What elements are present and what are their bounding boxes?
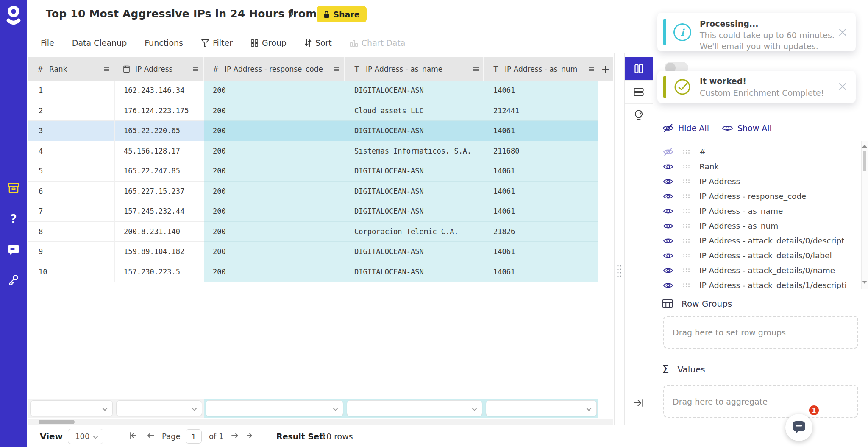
column-header-as-num[interactable]: T IP Address - as_num (484, 57, 598, 81)
column-header-response-code[interactable]: # IP Address - response_code (204, 57, 345, 81)
cell-rank[interactable]: 5 (28, 161, 114, 182)
eye-icon[interactable] (662, 266, 674, 275)
drag-handle[interactable] (683, 224, 690, 228)
drag-handle[interactable] (683, 164, 690, 169)
menu-filter[interactable]: Filter (201, 38, 233, 47)
cell-as-name[interactable]: DIGITALOCEAN-ASN (345, 121, 484, 141)
archive-box-icon[interactable] (8, 182, 19, 194)
cell-as-name[interactable]: DIGITALOCEAN-ASN (345, 262, 484, 282)
column-header-rank[interactable]: # Rank (28, 57, 114, 81)
cell-as-name[interactable]: DIGITALOCEAN-ASN (345, 201, 484, 222)
horizontal-scrollbar-thumb[interactable] (39, 420, 75, 424)
cell-rank[interactable]: 1 (28, 81, 114, 101)
drag-handle[interactable] (683, 149, 690, 154)
eye-icon[interactable] (662, 162, 674, 171)
collapse-panel-button[interactable] (625, 392, 653, 413)
cell-response-code[interactable]: 200 (204, 81, 345, 101)
menu-chart-data[interactable]: Chart Data (350, 38, 406, 47)
drag-handle[interactable] (683, 283, 690, 288)
cell-as-name[interactable]: DIGITALOCEAN-ASN (345, 182, 484, 202)
cell-rank[interactable]: 3 (28, 121, 114, 141)
cell-ip[interactable]: 162.243.146.34 (114, 81, 204, 101)
cell-ip[interactable]: 157.230.223.5 (114, 262, 204, 282)
drag-handle[interactable] (683, 238, 690, 243)
cell-as-num[interactable]: 14061 (484, 81, 598, 101)
cell-response-code[interactable]: 200 (204, 161, 345, 182)
column-filter-dropdown[interactable] (116, 400, 202, 416)
show-all-button[interactable]: Show All (722, 123, 772, 133)
cell-ip[interactable]: 165.22.247.85 (114, 161, 204, 182)
cell-as-name[interactable]: Cloud assets LLC (345, 101, 484, 121)
panel-resize-handle[interactable] (615, 264, 623, 278)
chat-bubble-icon[interactable] (8, 244, 19, 256)
eye-icon[interactable] (662, 192, 674, 201)
column-filter-dropdown[interactable] (30, 400, 113, 416)
cell-as-num[interactable]: 14061 (484, 182, 598, 202)
cell-response-code[interactable]: 200 (204, 141, 345, 162)
last-page-button[interactable] (245, 431, 256, 441)
drag-handle[interactable] (683, 209, 690, 213)
column-menu-icon[interactable] (193, 67, 199, 72)
cell-rank[interactable]: 2 (28, 101, 114, 121)
columns-tool-tab-active[interactable] (625, 57, 653, 81)
previous-page-button[interactable] (145, 431, 156, 441)
cell-as-num[interactable]: 14061 (484, 242, 598, 262)
cell-as-num[interactable]: 14061 (484, 262, 598, 282)
column-menu-icon[interactable] (334, 67, 340, 72)
drag-handle[interactable] (683, 268, 690, 273)
cell-ip[interactable]: 200.8.231.140 (114, 222, 204, 242)
menu-group[interactable]: Group (250, 38, 287, 47)
cell-response-code[interactable]: 200 (204, 222, 345, 242)
cell-as-num[interactable]: 14061 (484, 201, 598, 222)
drag-handle[interactable] (683, 179, 690, 184)
eye-icon[interactable] (662, 236, 674, 246)
cell-as-name[interactable]: Sistemas Informaticos, S.A. (345, 141, 484, 162)
close-icon[interactable] (838, 82, 848, 92)
eye-icon[interactable] (662, 251, 674, 260)
chat-launcher-button[interactable] (785, 414, 812, 441)
column-filter-dropdown[interactable] (347, 400, 482, 416)
key-icon[interactable] (8, 274, 19, 286)
close-icon[interactable] (838, 28, 848, 38)
menu-data-cleanup[interactable]: Data Cleanup (72, 38, 127, 47)
cell-rank[interactable]: 4 (28, 141, 114, 162)
column-menu-icon[interactable] (103, 67, 109, 72)
cell-response-code[interactable]: 200 (204, 182, 345, 202)
menu-sort[interactable]: Sort (304, 38, 332, 47)
eye-icon[interactable] (662, 207, 674, 216)
scroll-up-icon[interactable] (862, 145, 867, 148)
column-header-as-name[interactable]: T IP Address - as_name (345, 57, 484, 81)
drag-handle[interactable] (683, 194, 690, 198)
drag-handle[interactable] (683, 253, 690, 258)
values-dropzone[interactable]: Drag here to aggregate (663, 385, 858, 418)
cell-ip[interactable]: 165.227.15.237 (114, 182, 204, 202)
menu-file[interactable]: File (41, 38, 54, 47)
column-filter-dropdown[interactable] (206, 400, 343, 416)
cell-ip[interactable]: 45.156.128.17 (114, 141, 204, 162)
add-column-button[interactable]: + (598, 57, 612, 81)
row-groups-dropzone[interactable]: Drag here to set row groups (663, 316, 858, 349)
page-number-input[interactable] (186, 429, 202, 444)
cell-rank[interactable]: 10 (28, 262, 114, 282)
cell-response-code[interactable]: 200 (204, 101, 345, 121)
title-chevron-icon[interactable] (288, 9, 294, 19)
column-filter-dropdown[interactable] (486, 400, 597, 416)
column-header-ip-address[interactable]: IP Address (114, 57, 204, 81)
cell-as-name[interactable]: DIGITALOCEAN-ASN (345, 81, 484, 101)
cell-response-code[interactable]: 200 (204, 262, 345, 282)
cell-rank[interactable]: 9 (28, 242, 114, 262)
eye-icon[interactable] (662, 177, 674, 186)
cell-as-num[interactable]: 14061 (484, 161, 598, 182)
rows-tool-tab[interactable] (625, 81, 653, 104)
panel-list-scrollbar-thumb[interactable] (863, 151, 866, 171)
cell-ip[interactable]: 176.124.223.175 (114, 101, 204, 121)
scroll-down-icon[interactable] (862, 281, 867, 284)
cell-as-name[interactable]: Corporacion Telemic C.A. (345, 222, 484, 242)
cell-ip[interactable]: 159.89.104.182 (114, 242, 204, 262)
cell-rank[interactable]: 6 (28, 182, 114, 202)
gigasheet-logo-icon[interactable] (6, 5, 21, 28)
cell-as-num[interactable]: 21826 (484, 222, 598, 242)
cell-as-name[interactable]: DIGITALOCEAN-ASN (345, 161, 484, 182)
cell-ip[interactable]: 157.245.232.44 (114, 201, 204, 222)
eye-off-icon[interactable] (662, 147, 674, 156)
